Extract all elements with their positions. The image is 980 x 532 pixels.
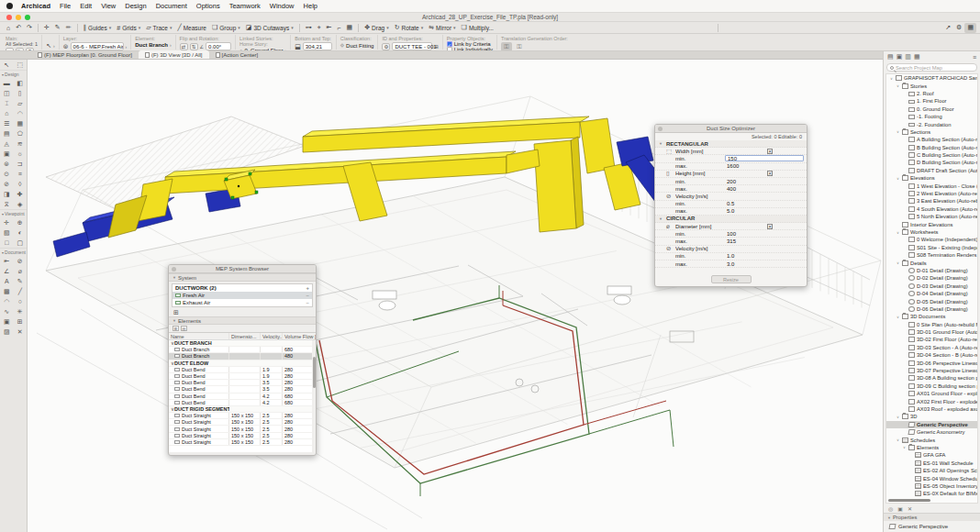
tree-item[interactable]: 3D-06 Perspective Linework garden (Au: [886, 359, 977, 366]
ductwork-group-row[interactable]: DUCTWORK (2)+: [173, 284, 312, 292]
tree-item[interactable]: DRAFT Draft Section (Auto-rebuild Mod: [886, 167, 977, 174]
mep-element-row[interactable]: Duct Straight150 x 1502.5280: [169, 433, 316, 439]
column-volume-flow[interactable]: Volume Flow [m...: [283, 333, 316, 339]
level-dimension-tool-icon[interactable]: ⊘: [14, 256, 28, 266]
expander-icon[interactable]: ∨: [889, 76, 894, 81]
mep-element-row[interactable]: Duct Straight150 x 1502.5280: [169, 426, 316, 432]
mep-element-row[interactable]: Duct Branch680: [169, 347, 316, 353]
mep-system-row[interactable]: Fresh Air−: [173, 292, 312, 299]
translation-lock-icon[interactable]: ⚿: [501, 42, 512, 51]
element-type-value[interactable]: Duct Branch: [135, 42, 168, 48]
roof-tool-icon[interactable]: ⌂: [0, 108, 14, 118]
tree-item[interactable]: ∨Details: [886, 259, 977, 266]
tree-item[interactable]: D-02 Detail (Drawing): [886, 274, 977, 282]
menu-teamwork[interactable]: Teamwork: [225, 2, 265, 10]
inject-parameters-icon[interactable]: ✎: [52, 23, 63, 33]
angle-field[interactable]: 0.00°: [206, 42, 231, 50]
slab-tool-icon[interactable]: ▱: [14, 98, 28, 108]
tree-item[interactable]: Generic Perspective: [886, 421, 977, 428]
tab-active[interactable]: (F) 3D View [3D / All]: [139, 50, 209, 59]
value-text[interactable]: 1600: [727, 163, 739, 169]
expander-icon[interactable]: ∨: [896, 230, 900, 235]
gravity-icon[interactable]: ⌖: [315, 23, 324, 33]
close-palette-icon[interactable]: [658, 127, 663, 131]
tree-item[interactable]: ES-04 Window Schedule: [886, 474, 977, 482]
tree-item[interactable]: Generic Axonometry: [886, 428, 977, 436]
mep-system-section-header[interactable]: ▼ System: [169, 273, 316, 282]
parameter-checkbox[interactable]: ✕: [767, 149, 773, 154]
tree-item[interactable]: ∨Elements: [886, 444, 977, 451]
tree-item[interactable]: ∨Schedules: [886, 436, 977, 443]
menu-window[interactable]: Window: [265, 2, 299, 10]
remove-system-icon[interactable]: −: [306, 300, 309, 305]
eyedropper-icon[interactable]: ✏: [63, 23, 74, 33]
tree-item[interactable]: ∨3D Documents: [886, 313, 977, 320]
delete-viewpoint-icon[interactable]: ✕: [908, 505, 912, 512]
view-map-icon[interactable]: ▣: [896, 53, 903, 61]
arrow-tool-icon[interactable]: ↖: [46, 42, 51, 50]
optimizer-section-circular[interactable]: ▼CIRCULAR: [655, 216, 807, 223]
mep-palette-titlebar[interactable]: MEP System Browser: [169, 265, 316, 273]
tree-item[interactable]: ∨GRAPHISOFT ARCHICAD Sample Project - H: [886, 74, 977, 82]
tab-inactive[interactable]: (F) MEP Floorplan [0. Ground Floor]: [31, 50, 139, 59]
opening-tool-icon[interactable]: ⊘: [0, 179, 14, 189]
mep-element-row[interactable]: Duct Straight150 x 1502.5280: [169, 439, 316, 446]
translation-unlock-icon[interactable]: ⚿: [514, 42, 525, 51]
multiply-button[interactable]: ❏Multiply...: [459, 23, 496, 33]
expander-icon[interactable]: ∨: [902, 445, 907, 449]
tree-item[interactable]: 1 West Elevation - Close (Auto-rebuild M: [886, 182, 977, 189]
pick-up-parameters-icon[interactable]: ✛: [41, 23, 52, 33]
railing-tool-icon[interactable]: ▦: [14, 118, 28, 128]
optimizer-titlebar[interactable]: Duct Size Optimizer: [655, 125, 807, 133]
column-velocity[interactable]: Velocity...: [261, 333, 283, 339]
drag-button[interactable]: ✥Drag▾: [362, 23, 391, 33]
shell-tool-icon[interactable]: ◠: [14, 108, 28, 118]
tree-item[interactable]: ∨3D: [886, 413, 977, 420]
home-icon[interactable]: ⌂: [4, 23, 13, 33]
editing-plane-icon[interactable]: ▦: [344, 23, 356, 33]
tree-view-icon[interactable]: ▤: [181, 326, 187, 331]
cable-carrier-tool-icon[interactable]: ≡: [14, 169, 28, 179]
measure-button[interactable]: ╱Measure: [174, 23, 209, 33]
mesh-tool-icon[interactable]: ≋: [14, 139, 28, 149]
tree-item[interactable]: B Building Section (Auto-rebuild Model): [886, 144, 977, 151]
tree-item[interactable]: 0 Welcome (Independent): [886, 236, 977, 243]
tree-item[interactable]: ES-0X Default for BIMx output: [886, 490, 977, 497]
detail-tool-icon[interactable]: ▢: [14, 238, 28, 248]
door-tool-icon[interactable]: ◧: [14, 78, 28, 88]
tree-item[interactable]: ES-05 Object Inventory: [886, 482, 977, 490]
tree-item[interactable]: D-06 Detail (Drawing): [886, 305, 977, 313]
edit-system-icon[interactable]: ⊞: [173, 309, 179, 316]
marquee-tool-icon[interactable]: ⬚: [14, 60, 28, 70]
tree-item[interactable]: 3D-07 Perspective Linework - street (Au: [886, 367, 977, 374]
interior-elevation-tool-icon[interactable]: ▧: [0, 227, 14, 238]
project-map-icon[interactable]: ▤: [887, 53, 894, 61]
tree-item[interactable]: GFA GFA: [886, 451, 977, 459]
camera-tool-icon[interactable]: ◐: [14, 227, 28, 238]
angle-dimension-tool-icon[interactable]: ∠: [0, 266, 14, 276]
search-input[interactable]: Search Project Map: [886, 63, 977, 72]
tree-item[interactable]: 2. Roof: [886, 90, 977, 97]
tree-item[interactable]: 3D-09 C Building section perspective (A: [886, 382, 977, 390]
mep-element-row[interactable]: Duct Bend3.5280: [169, 386, 316, 393]
fill-tool-icon[interactable]: ▩: [0, 286, 14, 296]
properties-section-header[interactable]: ▼ Properties: [884, 513, 980, 521]
tree-item[interactable]: 5 North Elevation (Auto-rebuild Model): [886, 213, 977, 220]
id-settings-button[interactable]: ⚙: [382, 43, 390, 50]
stair-tool-icon[interactable]: ☰: [0, 118, 14, 128]
mep-table-scrollbar[interactable]: [312, 340, 316, 452]
column-name[interactable]: Name: [169, 333, 229, 339]
chevron-right-icon[interactable]: ›: [170, 42, 172, 48]
toolbox-section-design[interactable]: ▾Design: [0, 70, 27, 78]
tree-item[interactable]: 3D-01 Ground Floor (Auto-rebuild Mode: [886, 328, 977, 336]
mep-element-row[interactable]: Duct Bend1.9280: [169, 367, 316, 373]
tree-item[interactable]: ∨Elevations: [886, 174, 977, 182]
section-tool-icon[interactable]: ✛: [0, 217, 14, 227]
elevation-field[interactable]: 304,21: [303, 42, 332, 50]
group-button[interactable]: ❏Group▾: [209, 23, 243, 33]
tree-item[interactable]: 0 Site Plan (Auto-rebuild Model): [886, 321, 977, 328]
expander-icon[interactable]: ∨: [896, 129, 900, 134]
viewpoint-settings-icon[interactable]: ◎: [888, 505, 893, 512]
parameter-checkbox[interactable]: ✕: [767, 171, 773, 176]
revision-tool-icon[interactable]: ▨: [0, 327, 14, 337]
